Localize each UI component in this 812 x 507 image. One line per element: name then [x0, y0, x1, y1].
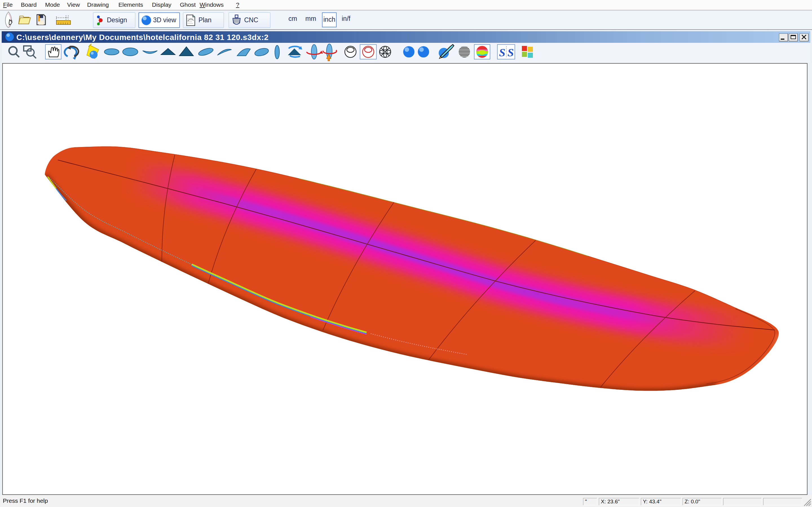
svg-text:S: S — [499, 46, 505, 59]
svg-text:S: S — [507, 46, 514, 59]
